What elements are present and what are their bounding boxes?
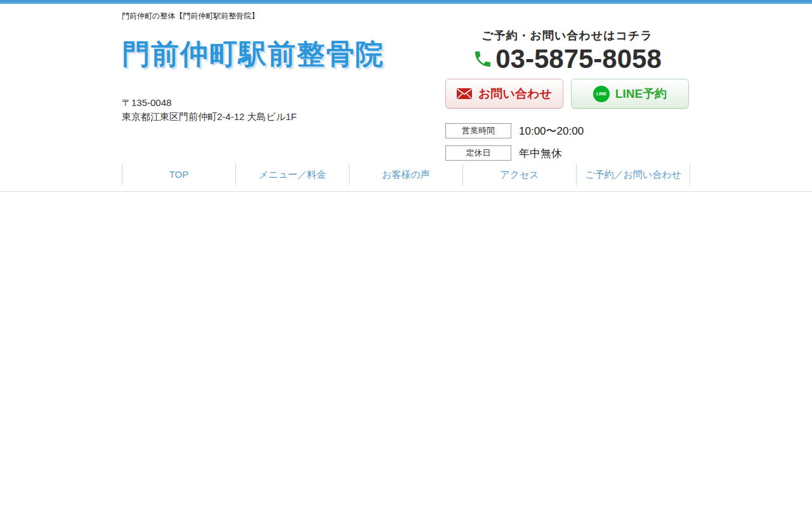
contact-button-label: お問い合わせ [478, 86, 552, 102]
postal-code: 〒135-0048 [122, 96, 297, 110]
nav-item-menu-price[interactable]: メニュー／料金 [235, 164, 349, 185]
line-icon: LINE [593, 86, 610, 102]
contact-button[interactable]: お問い合わせ [445, 79, 563, 109]
nav-item-access[interactable]: アクセス [462, 164, 576, 185]
closed-day-label: 定休日 [445, 145, 511, 161]
business-hours-row: 営業時間 10:00〜20:00 [445, 123, 689, 138]
closed-day-row: 定休日 年中無休 [445, 145, 689, 161]
address-block: 〒135-0048 東京都江東区門前仲町2-4-12 大島ビル1F [122, 96, 297, 124]
phone-number: 03-5875-8058 [495, 44, 662, 74]
business-hours-label: 営業時間 [445, 123, 511, 138]
phone-link[interactable]: 03-5875-8058 [445, 44, 689, 74]
site-header: 門前仲町の整体【門前仲町駅前整骨院】 門前仲町駅前整骨院 〒135-0048 東… [122, 4, 690, 164]
business-hours-value: 10:00〜20:00 [519, 124, 584, 138]
site-logo[interactable]: 門前仲町駅前整骨院 [122, 36, 384, 73]
page-body-empty [0, 192, 812, 508]
phone-icon [473, 49, 493, 69]
closed-day-value: 年中無休 [519, 146, 562, 161]
main-nav: TOP メニュー／料金 お客様の声 アクセス ご予約／お問い合わせ [122, 164, 690, 185]
contact-buttons: お問い合わせ LINE LINE予約 [445, 79, 689, 109]
seo-title: 門前仲町の整体【門前仲町駅前整骨院】 [122, 11, 259, 22]
line-reserve-button[interactable]: LINE LINE予約 [571, 79, 689, 109]
mail-icon [457, 88, 472, 99]
street-address: 東京都江東区門前仲町2-4-12 大島ビル1F [122, 110, 297, 124]
nav-item-reserve-contact[interactable]: ご予約／お問い合わせ [576, 164, 690, 185]
contact-block: ご予約・お問い合わせはコチラ 03-5875-8058 お問い合わせ LINE … [445, 28, 689, 168]
nav-item-top[interactable]: TOP [122, 164, 235, 185]
nav-item-customer-voice[interactable]: お客様の声 [349, 164, 462, 185]
hours-table: 営業時間 10:00〜20:00 定休日 年中無休 [445, 123, 689, 161]
contact-lead: ご予約・お問い合わせはコチラ [445, 28, 689, 43]
line-button-label: LINE予約 [615, 86, 667, 102]
